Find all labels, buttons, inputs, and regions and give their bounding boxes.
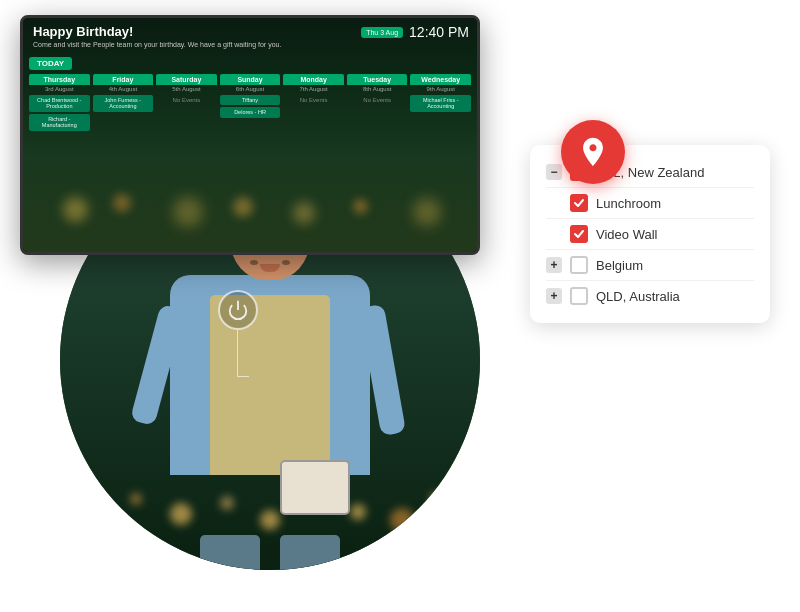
qld-label: QLD, Australia: [596, 289, 680, 304]
tv-day-thursday: Thursday 3rd August Chad Brentwood - Pro…: [29, 74, 90, 131]
power-line: [237, 330, 238, 365]
qld-expand-btn[interactable]: +: [546, 288, 562, 304]
tv-day-tuesday: Tuesday 8th August No Events: [347, 74, 408, 131]
tv-day-friday: Friday 4th August John Furness - Account…: [93, 74, 154, 131]
location-item-lunchroom[interactable]: Lunchroom: [546, 188, 754, 219]
tv-day-saturday: Saturday 5th August No Events: [156, 74, 217, 131]
tv-time: 12:40 PM: [409, 24, 469, 40]
power-corner: [237, 365, 249, 377]
tv-day-wednesday: Wednesday 9th August Michael Friss - Acc…: [410, 74, 471, 131]
location-item-videowall[interactable]: Video Wall: [546, 219, 754, 250]
videowall-checkbox[interactable]: [570, 225, 588, 243]
location-item-belgium[interactable]: + Belgium: [546, 250, 754, 281]
location-item-qld[interactable]: + QLD, Australia: [546, 281, 754, 311]
videowall-label: Video Wall: [596, 227, 657, 242]
belgium-expand-btn[interactable]: +: [546, 257, 562, 273]
lunchroom-label: Lunchroom: [596, 196, 661, 211]
tv-date-badge: Thu 3 Aug: [361, 27, 403, 38]
qld-checkbox[interactable]: [570, 287, 588, 305]
akl-expand-btn[interactable]: −: [546, 164, 562, 180]
tv-calendar-row: Thursday 3rd August Chad Brentwood - Pro…: [29, 74, 471, 131]
birthday-subtitle: Come and visit the People team on your b…: [33, 41, 467, 48]
tv-display: Happy Birthday! Come and visit the Peopl…: [20, 15, 480, 255]
tv-today-badge: TODAY: [29, 57, 72, 70]
lunchroom-checkbox[interactable]: [570, 194, 588, 212]
tv-day-sunday: Sunday 6th August Tiffany Delores - HR: [220, 74, 281, 131]
location-card: − AKL, New Zealand Lunchroom Video Wall …: [530, 145, 770, 323]
belgium-checkbox[interactable]: [570, 256, 588, 274]
belgium-label: Belgium: [596, 258, 643, 273]
power-icon-overlay: [218, 290, 258, 330]
location-pin-icon[interactable]: [561, 120, 625, 184]
tv-day-monday: Monday 7th August No Events: [283, 74, 344, 131]
